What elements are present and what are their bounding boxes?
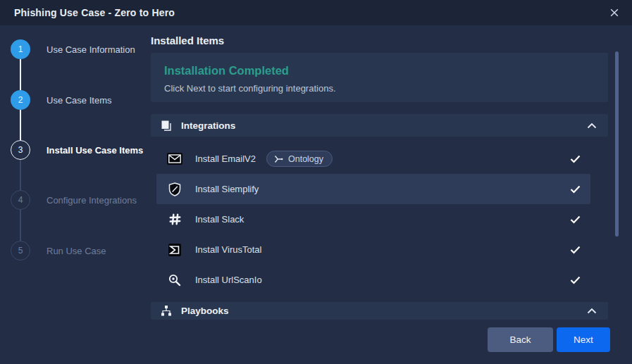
window-title: Phishing Use Case - Zero to Hero — [14, 7, 607, 18]
vertical-scrollbar-thumb[interactable] — [615, 51, 619, 237]
step-label: Install Use Case Items — [47, 145, 143, 156]
chevron-up-icon[interactable] — [587, 308, 597, 314]
wizard-dialog: Phishing Use Case - Zero to Hero 1 Use C… — [0, 0, 632, 364]
list-item-install-urlscanio[interactable]: Install UrlScanIo — [156, 265, 590, 295]
step-number-badge: 1 — [11, 39, 30, 59]
check-icon — [570, 215, 581, 224]
magnifier-icon — [166, 273, 183, 287]
section-label: Playbooks — [181, 306, 587, 316]
section-label: Integrations — [181, 120, 587, 131]
stepper-step-configure-integrations[interactable]: 4 Configure Integrations — [11, 190, 137, 210]
back-button[interactable]: Back — [488, 327, 553, 352]
slack-icon — [166, 213, 183, 226]
list-item-install-emailv2[interactable]: Install EmailV2 Ontology — [156, 144, 590, 174]
section-header-playbooks[interactable]: Playbooks — [151, 302, 608, 320]
titlebar: Phishing Use Case - Zero to Hero — [0, 0, 632, 25]
stepper: 1 Use Case Information 2 Use Case Items … — [0, 25, 148, 364]
item-label: Install Slack — [195, 214, 244, 225]
banner-message: Click Next to start configuring integrat… — [164, 83, 594, 94]
installation-status-banner: Installation Completed Click Next to sta… — [151, 53, 608, 102]
step-label: Configure Integrations — [47, 195, 137, 206]
banner-title: Installation Completed — [164, 64, 594, 77]
step-number-badge: 2 — [11, 90, 30, 110]
section-header-integrations[interactable]: Integrations — [151, 114, 608, 137]
check-icon — [570, 155, 581, 163]
item-label: Install UrlScanIo — [195, 275, 262, 285]
page-title: Installed Items — [151, 34, 224, 46]
check-icon — [570, 246, 581, 254]
stepper-step-run-use-case[interactable]: 5 Run Use Case — [11, 241, 106, 261]
sitemap-icon — [161, 306, 173, 316]
next-button[interactable]: Next — [557, 327, 610, 352]
chevron-up-icon[interactable] — [587, 123, 597, 129]
step-label: Run Use Case — [47, 246, 106, 256]
ontology-badge[interactable]: Ontology — [266, 151, 333, 167]
ontology-branch-icon — [274, 155, 283, 163]
siemplify-shield-icon — [166, 182, 183, 196]
list-item-install-siemplify[interactable]: Install Siemplify — [156, 174, 590, 204]
step-label: Use Case Items — [47, 95, 111, 106]
step-connector — [20, 210, 21, 241]
stepper-step-use-case-information[interactable]: 1 Use Case Information — [11, 39, 135, 59]
email-icon — [166, 153, 183, 165]
badge-label: Ontology — [288, 154, 323, 164]
list-item-install-slack[interactable]: Install Slack — [156, 204, 590, 234]
step-connector — [20, 110, 21, 140]
stepper-step-install-use-case-items[interactable]: 3 Install Use Case Items — [11, 140, 143, 160]
layers-icon — [161, 120, 173, 132]
stepper-step-use-case-items[interactable]: 2 Use Case Items — [11, 90, 111, 110]
check-icon — [570, 276, 581, 284]
step-number-badge: 3 — [11, 140, 30, 160]
list-item-install-virustotal[interactable]: Install VirusTotal — [156, 234, 590, 265]
step-label: Use Case Information — [47, 44, 135, 55]
step-number-badge: 5 — [11, 241, 30, 261]
close-icon[interactable] — [607, 5, 622, 20]
item-label: Install EmailV2 — [195, 153, 256, 164]
step-number-badge: 4 — [11, 190, 30, 210]
virustotal-icon — [166, 244, 183, 256]
check-icon — [570, 185, 581, 194]
step-connector — [20, 59, 21, 90]
step-connector — [20, 160, 21, 190]
item-label: Install Siemplify — [195, 184, 259, 194]
item-label: Install VirusTotal — [195, 244, 261, 255]
